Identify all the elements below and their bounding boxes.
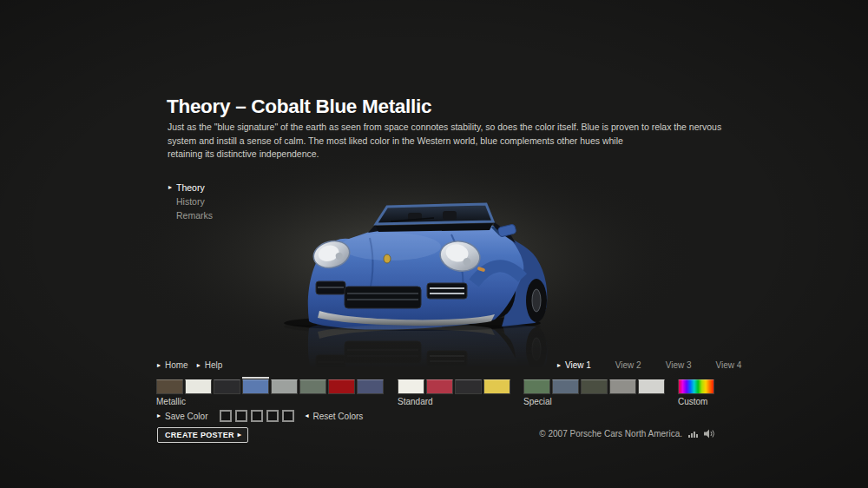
view-tab-label: View 1 [565,360,591,370]
footer-copyright: © 2007 Porsche Cars North America. [539,429,715,439]
palette-group-standard: Standard [398,379,510,406]
view-tab-view-3[interactable]: View 3 [658,360,692,370]
arrow-left-icon: ◂ [305,412,312,419]
bottom-nav: ▸ Home ▸ Help [157,360,222,370]
palette-group-label: Metallic [156,397,384,406]
reset-colors-button[interactable]: ◂ Reset Colors [305,412,363,421]
app-window: Theory – Cobalt Blue Metallic Just as th… [0,0,868,488]
create-poster-button[interactable]: CREATE POSTER ▸ [157,427,248,443]
palette-group-label: Custom [678,397,714,406]
help-link-label: Help [205,360,223,370]
menu-item-label: History [176,196,205,207]
save-color-label: Save Color [165,412,207,421]
color-swatch[interactable] [242,379,269,394]
arrow-right-icon: ▸ [557,362,565,369]
color-swatch[interactable] [581,379,608,394]
save-slot[interactable] [266,410,279,422]
menu-item-theory[interactable]: ▸Theory [168,181,213,195]
arrow-right-icon: ▸ [168,184,176,191]
swatch-row [156,379,384,394]
color-palette: MetallicStandardSpecialCustom [156,379,729,407]
color-swatch[interactable] [552,379,579,394]
menu-item-history[interactable]: History [168,195,213,208]
speaker-icon[interactable] [704,429,715,439]
view-tab-label: View 2 [615,360,641,370]
page-title: Theory – Cobalt Blue Metallic [167,96,431,118]
intro-text-line: retaining its distinctive independence. [168,148,721,162]
vignette-overlay [0,0,868,488]
arrow-right-icon: ▸ [197,362,205,369]
color-swatch[interactable] [609,379,636,394]
intro-text-line: Just as the "blue signature" of the eart… [168,121,721,135]
swatch-row [678,379,714,394]
color-swatch[interactable] [523,379,550,394]
view-switcher: ▸View 1View 2View 3View 4 [557,360,741,370]
arrow-right-icon: ▸ [157,412,165,419]
color-swatch[interactable] [426,379,453,394]
swatch-row [523,379,665,394]
color-swatch[interactable] [398,379,424,394]
home-link[interactable]: ▸ Home [157,360,188,370]
palette-group-metallic: Metallic [156,379,384,406]
palette-group-label: Special [523,397,665,406]
color-swatch[interactable] [328,379,355,394]
palette-group-label: Standard [398,397,510,406]
intro-text-line: system and instill a sense of calm. The … [168,135,721,148]
color-swatch[interactable] [185,379,212,394]
menu-item-label: Theory [176,182,205,193]
sound-bars-icon [688,431,698,438]
palette-group-custom: Custom [678,379,714,406]
intro-text: Just as the "blue signature" of the eart… [168,121,721,162]
menu-item-label: Remarks [176,210,213,221]
color-swatch[interactable] [638,379,665,394]
view-tab-view-1[interactable]: ▸View 1 [557,360,591,370]
custom-color-swatch[interactable] [678,379,714,394]
color-swatch[interactable] [214,379,240,394]
swatch-row [398,379,510,394]
color-swatch[interactable] [156,379,183,394]
color-swatch[interactable] [299,379,326,394]
section-menu: ▸TheoryHistoryRemarks [168,181,213,222]
save-slot[interactable] [251,410,263,422]
view-tab-view-2[interactable]: View 2 [608,360,641,370]
color-swatch[interactable] [483,379,510,394]
save-slot[interactable] [235,410,247,422]
color-swatch[interactable] [455,379,482,394]
create-poster-label: CREATE POSTER [165,431,234,439]
save-color-button[interactable]: ▸ Save Color [157,412,207,421]
color-swatch[interactable] [271,379,298,394]
view-tab-label: View 3 [666,360,692,370]
copyright-text: © 2007 Porsche Cars North America. [539,429,682,439]
view-tab-label: View 4 [716,360,742,370]
arrow-right-icon: ▸ [157,362,165,369]
save-slot[interactable] [282,410,294,422]
save-slots [220,410,294,422]
arrow-right-icon: ▸ [238,432,241,439]
help-link[interactable]: ▸ Help [197,360,223,370]
save-slot[interactable] [220,410,232,422]
reset-colors-label: Reset Colors [312,412,363,421]
color-tools: ▸ Save Color ◂ Reset Colors [157,410,363,422]
color-swatch[interactable] [357,379,384,394]
home-link-label: Home [165,360,188,370]
menu-item-remarks[interactable]: Remarks [168,208,213,222]
palette-group-special: Special [523,379,665,406]
view-tab-view-4[interactable]: View 4 [708,360,742,370]
